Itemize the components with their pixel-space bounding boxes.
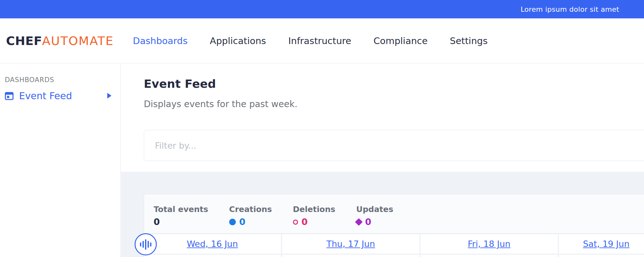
timeline-header: Wed, 16 Jun Thu, 17 Jun Fri, 18 Jun Sat,… — [144, 234, 644, 254]
stat-updates: Updates 0 — [356, 205, 393, 233]
deletions-circle-icon — [293, 220, 298, 225]
nav-compliance[interactable]: Compliance — [374, 35, 428, 46]
main-content: Event Feed Displays events for the past … — [121, 63, 644, 257]
creations-dot-icon — [229, 219, 236, 225]
stats-summary-card: Total events 0 Creations 0 Deletions — [144, 194, 644, 234]
sidebar-item-label: Event Feed — [19, 90, 72, 101]
sidebar: DASHBOARDS Event Feed — [0, 63, 121, 257]
filter-input[interactable] — [144, 130, 644, 161]
stat-label: Deletions — [293, 205, 335, 214]
stat-value: 0 — [365, 217, 371, 227]
nav-applications[interactable]: Applications — [210, 35, 266, 46]
timeline-date-cell: Thu, 17 Jun — [282, 234, 419, 254]
stat-label: Creations — [229, 205, 272, 214]
page-title: Event Feed — [144, 77, 216, 90]
updates-diamond-icon — [355, 218, 363, 226]
chef-automate-logo[interactable]: CHEFAUTOMATE — [6, 34, 114, 48]
timeline-cell — [144, 255, 281, 257]
chef-automate-app: Lorem ipsum dolor sit amet CHEFAUTOMATE … — [0, 0, 644, 257]
timeline-row — [144, 255, 644, 257]
date-link-sat[interactable]: Sat, 19 Jun — [583, 239, 630, 249]
stat-label: Total events — [154, 205, 208, 214]
waveform-icon — [140, 239, 151, 250]
stat-value: 0 — [154, 217, 160, 227]
timeline-date-cell: Fri, 18 Jun — [421, 234, 558, 254]
stat-value: 0 — [302, 217, 308, 227]
stat-creations: Creations 0 — [229, 205, 272, 233]
date-link-thu[interactable]: Thu, 17 Jun — [326, 239, 375, 249]
nav-settings[interactable]: Settings — [450, 35, 488, 46]
top-banner: Lorem ipsum dolor sit amet — [0, 0, 644, 18]
date-link-wed[interactable]: Wed, 16 Jun — [187, 239, 238, 249]
event-guide-button[interactable] — [135, 233, 157, 255]
stat-label: Updates — [356, 205, 393, 214]
date-link-fri[interactable]: Fri, 18 Jun — [468, 239, 510, 249]
event-feed-panel: Total events 0 Creations 0 Deletions — [121, 172, 644, 257]
page-subtitle: Displays events for the past week. — [144, 99, 297, 109]
header: CHEFAUTOMATE Dashboards Applications Inf… — [0, 18, 644, 63]
sidebar-heading: DASHBOARDS — [5, 76, 54, 84]
timeline-cell — [282, 255, 419, 257]
nav-dashboards[interactable]: Dashboards — [133, 35, 188, 46]
sidebar-item-event-feed[interactable]: Event Feed — [0, 87, 120, 104]
stat-value: 0 — [239, 217, 245, 227]
stat-deletions: Deletions 0 — [293, 205, 335, 233]
timeline-cell — [559, 255, 644, 257]
banner-text: Lorem ipsum dolor sit amet — [521, 5, 619, 13]
timeline-date-cell: Wed, 16 Jun — [144, 234, 281, 254]
logo-chef-text: CHEF — [6, 34, 42, 48]
chevron-right-icon — [107, 93, 111, 99]
logo-automate-text: AUTOMATE — [42, 34, 114, 48]
timeline-cell — [421, 255, 558, 257]
nav-infrastructure[interactable]: Infrastructure — [288, 35, 351, 46]
calendar-icon — [4, 91, 14, 101]
stat-total-events: Total events 0 — [154, 205, 208, 233]
timeline-date-cell: Sat, 19 Jun — [559, 234, 644, 254]
main-nav: Dashboards Applications Infrastructure C… — [133, 35, 488, 46]
